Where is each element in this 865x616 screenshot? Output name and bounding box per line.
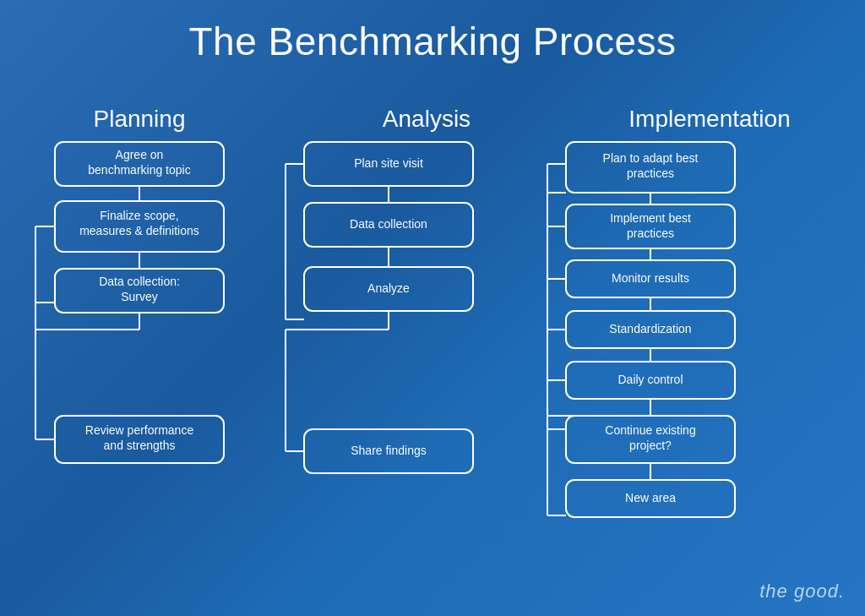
svg-text:Finalize scope,: Finalize scope, — [100, 209, 178, 222]
svg-text:Share findings: Share findings — [351, 444, 427, 457]
analysis-title: Analysis — [383, 106, 471, 132]
svg-text:Data collection: Data collection — [350, 217, 427, 231]
watermark: the good. — [759, 581, 845, 602]
svg-text:Data collection:: Data collection: — [99, 275, 180, 288]
svg-text:practices: practices — [627, 226, 674, 240]
svg-text:Analyze: Analyze — [367, 281, 410, 295]
svg-text:Review performance: Review performance — [85, 423, 194, 437]
svg-text:Agree on: Agree on — [116, 148, 164, 161]
svg-text:Survey: Survey — [121, 290, 158, 303]
main-title: The Benchmarking Process — [0, 0, 865, 73]
svg-text:New area: New area — [625, 491, 676, 504]
svg-text:Monitor results: Monitor results — [612, 271, 689, 285]
impl-title: Implementation — [628, 106, 790, 132]
svg-text:benchmarking topic: benchmarking topic — [88, 163, 190, 177]
svg-text:project?: project? — [629, 439, 672, 452]
svg-text:and strengths: and strengths — [104, 439, 176, 452]
svg-text:Standardization: Standardization — [609, 322, 691, 335]
svg-text:Implement best: Implement best — [610, 211, 691, 225]
svg-text:measures & definitions: measures & definitions — [79, 224, 199, 237]
svg-text:Plan to adapt best: Plan to adapt best — [603, 151, 699, 165]
svg-text:Plan site visit: Plan site visit — [354, 156, 423, 170]
svg-text:practices: practices — [627, 166, 674, 180]
planning-title: Planning — [94, 106, 186, 132]
svg-text:Daily control: Daily control — [617, 373, 683, 386]
svg-text:Continue existing: Continue existing — [605, 423, 695, 437]
